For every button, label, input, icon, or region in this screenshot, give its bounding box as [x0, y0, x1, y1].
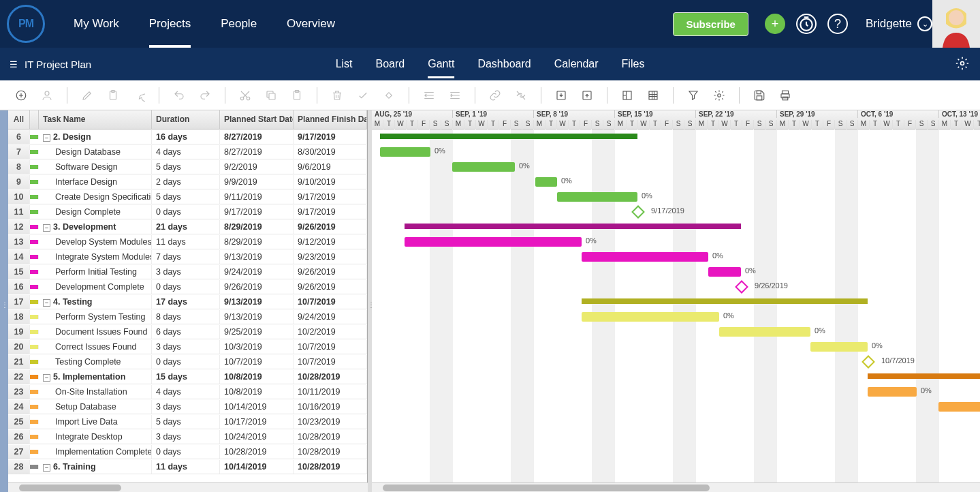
- task-bar[interactable]: [938, 402, 980, 412]
- subscribe-button[interactable]: Subscribe: [673, 12, 748, 36]
- summary-bar[interactable]: [380, 134, 637, 139]
- table-row[interactable]: 16Development Complete0 days9/26/20199/2…: [8, 279, 367, 294]
- task-bar[interactable]: [405, 237, 582, 247]
- link-icon[interactable]: [486, 87, 504, 104]
- add-task-icon[interactable]: [12, 87, 30, 104]
- edit-icon[interactable]: [78, 87, 96, 104]
- table-row[interactable]: 19Document Issues Found6 days9/25/201910…: [8, 324, 367, 339]
- gantt-row[interactable]: [372, 294, 980, 309]
- task-bar[interactable]: [719, 327, 810, 337]
- gantt-row[interactable]: [372, 414, 980, 429]
- table-row[interactable]: 14Integrate System Modules7 days9/13/201…: [8, 249, 367, 264]
- view-gantt[interactable]: Gantt: [428, 50, 454, 78]
- undo-icon[interactable]: [170, 87, 188, 104]
- milestone-diamond[interactable]: [862, 355, 875, 369]
- table-row[interactable]: 15Perform Initial Testing3 days9/24/2019…: [8, 264, 367, 279]
- timer-icon[interactable]: [796, 14, 817, 34]
- milestone-diamond[interactable]: [631, 205, 645, 219]
- table-row[interactable]: 27Implementation Complete0 days10/28/201…: [8, 444, 367, 459]
- gantt-row[interactable]: 0%: [372, 159, 980, 174]
- table-row[interactable]: 9Interface Design2 days9/9/20199/10/2019: [8, 174, 367, 189]
- gantt-row[interactable]: [372, 444, 980, 459]
- milestone-icon[interactable]: [380, 87, 398, 104]
- table-row[interactable]: 23On-Site Installation4 days10/8/201910/…: [8, 384, 367, 399]
- gantt-row[interactable]: 0%: [372, 234, 980, 249]
- avatar[interactable]: [932, 0, 980, 48]
- table-row[interactable]: 21Testing Complete0 days10/7/201910/7/20…: [8, 354, 367, 369]
- gantt-row[interactable]: 0%: [372, 189, 980, 204]
- redo-icon[interactable]: [196, 87, 214, 104]
- delete-icon[interactable]: [328, 87, 346, 104]
- gantt-row[interactable]: 0%: [372, 174, 980, 189]
- table-row[interactable]: 24Setup Database3 days10/14/201910/16/20…: [8, 399, 367, 414]
- gantt-row[interactable]: 0%: [372, 249, 980, 264]
- col-start[interactable]: Planned Start Date: [220, 110, 294, 129]
- columns-icon[interactable]: [618, 87, 636, 104]
- view-calendar[interactable]: Calendar: [554, 50, 599, 78]
- gantt-row[interactable]: 9/26/2019: [372, 279, 980, 294]
- nav-overview[interactable]: Overview: [272, 0, 350, 48]
- gear-icon[interactable]: [710, 87, 728, 104]
- task-bar[interactable]: [708, 267, 741, 277]
- filter-icon[interactable]: [684, 87, 702, 104]
- logo[interactable]: PM: [7, 5, 45, 43]
- gantt-row[interactable]: [372, 219, 980, 234]
- task-bar[interactable]: [452, 162, 515, 172]
- save-icon[interactable]: [750, 87, 768, 104]
- gantt-row[interactable]: 10/7/2019: [372, 354, 980, 369]
- view-files[interactable]: Files: [622, 50, 645, 78]
- gantt-row[interactable]: 0%: [372, 384, 980, 399]
- collapse-icon[interactable]: –: [43, 464, 50, 472]
- summary-bar[interactable]: [405, 224, 741, 229]
- paste-icon[interactable]: [288, 87, 306, 104]
- outdent-icon[interactable]: [420, 87, 438, 104]
- table-row[interactable]: 20Correct Issues Found3 days10/3/201910/…: [8, 339, 367, 354]
- view-dashboard[interactable]: Dashboard: [477, 50, 531, 78]
- collapse-icon[interactable]: –: [43, 224, 50, 232]
- task-bar[interactable]: [810, 342, 868, 352]
- col-duration[interactable]: Duration: [152, 110, 220, 129]
- task-bar[interactable]: [535, 177, 557, 187]
- table-row[interactable]: 7Design Database4 days8/27/20198/30/2019: [8, 144, 367, 159]
- gantt-row[interactable]: 0%: [372, 144, 980, 159]
- gantt-body[interactable]: 0%0%0%0%9/17/20190%0%0%9/26/20190%0%0%10…: [372, 129, 980, 482]
- task-bar[interactable]: [557, 192, 637, 202]
- table-row[interactable]: 22–5. Implementation15 days10/8/201910/2…: [8, 369, 367, 384]
- gantt-row[interactable]: 0%: [372, 339, 980, 354]
- table-row[interactable]: 6–2. Design16 days8/27/20199/17/2019: [8, 129, 367, 144]
- gantt-hscroll[interactable]: [372, 482, 980, 492]
- gantt-row[interactable]: 0%: [372, 324, 980, 339]
- gantt-row[interactable]: [372, 129, 980, 144]
- gantt-row[interactable]: 9/17/2019: [372, 204, 980, 219]
- table-row[interactable]: 13Develop System Modules11 days8/29/2019…: [8, 234, 367, 249]
- gantt-row[interactable]: [372, 459, 980, 474]
- milestone-diamond[interactable]: [735, 280, 748, 294]
- clipboard-icon[interactable]: [104, 87, 122, 104]
- summary-bar[interactable]: [582, 298, 868, 304]
- nav-my-work[interactable]: My Work: [59, 0, 134, 48]
- table-row[interactable]: 12–3. Development21 days8/29/20199/26/20…: [8, 219, 367, 234]
- table-row[interactable]: 25Import Live Data5 days10/17/201910/23/…: [8, 414, 367, 429]
- task-bar[interactable]: [380, 147, 430, 157]
- comment-icon[interactable]: [130, 87, 148, 104]
- view-board[interactable]: Board: [376, 50, 405, 78]
- cut-icon[interactable]: [236, 87, 254, 104]
- user-menu[interactable]: Bridgette ⌄: [866, 16, 932, 31]
- task-bar[interactable]: [582, 312, 719, 322]
- table-row[interactable]: 17–4. Testing17 days9/13/201910/7/2019: [8, 294, 367, 309]
- view-list[interactable]: List: [336, 50, 353, 78]
- col-all[interactable]: All: [8, 110, 30, 129]
- table-row[interactable]: 28–6. Training11 days10/14/201910/28/201…: [8, 459, 367, 474]
- check-icon[interactable]: [354, 87, 372, 104]
- settings-icon[interactable]: [955, 57, 969, 72]
- col-name[interactable]: Task Name: [39, 110, 152, 129]
- collapse-icon[interactable]: –: [43, 134, 50, 142]
- gantt-row[interactable]: [372, 429, 980, 444]
- table-row[interactable]: 26Integrate Desktop3 days10/24/201910/28…: [8, 429, 367, 444]
- assign-icon[interactable]: [38, 87, 56, 104]
- task-bar[interactable]: [582, 252, 708, 262]
- task-bar[interactable]: [868, 387, 917, 397]
- table-row[interactable]: 8Software Design5 days9/2/20199/6/2019: [8, 159, 367, 174]
- nav-projects[interactable]: Projects: [134, 0, 206, 48]
- collapse-icon[interactable]: –: [43, 374, 50, 382]
